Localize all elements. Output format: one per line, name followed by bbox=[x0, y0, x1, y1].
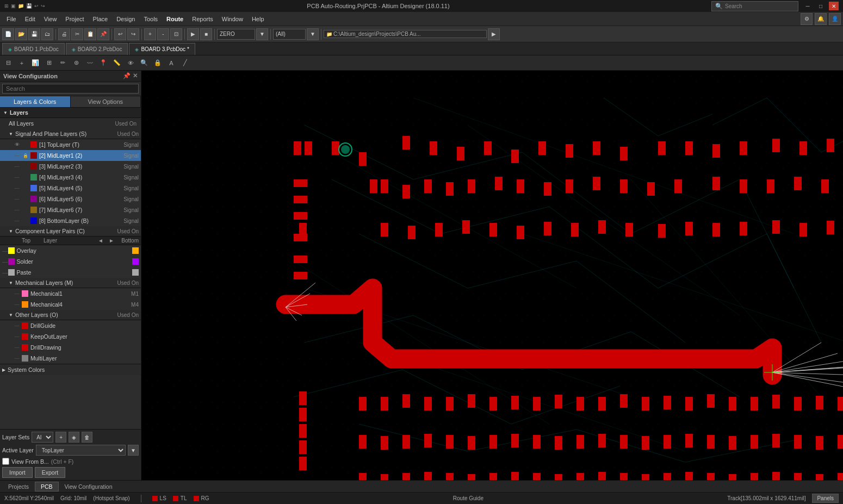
color-mid1[interactable] bbox=[30, 152, 37, 159]
snap-drop[interactable]: ▼ bbox=[256, 28, 268, 40]
panels-button[interactable]: Panels bbox=[812, 494, 839, 503]
menu-file[interactable]: File bbox=[2, 14, 21, 24]
all-layers-row[interactable]: All Layers Used On bbox=[0, 118, 141, 129]
vis-eye-mid2[interactable]: — bbox=[13, 163, 21, 170]
vis-eye-mid5[interactable]: — bbox=[13, 195, 21, 203]
comp-section-header[interactable]: ▼ Component Layer Pairs (C) Used On bbox=[0, 226, 141, 237]
pcb-highlight[interactable]: ✏ bbox=[57, 57, 69, 69]
tab-board1[interactable]: ◈ BOARD 1.PcbDoc bbox=[2, 43, 65, 55]
search-area[interactable]: 🔍 Search bbox=[711, 1, 798, 11]
vis-drillguide[interactable]: — bbox=[13, 322, 21, 329]
color-top[interactable] bbox=[30, 141, 37, 148]
layer-drop[interactable]: ▼ bbox=[307, 28, 319, 40]
menu-route[interactable]: Route bbox=[162, 14, 188, 24]
tb-print[interactable]: 🖨 bbox=[58, 28, 70, 40]
vis-eye-top[interactable]: 👁 bbox=[13, 141, 21, 148]
pcb-wave[interactable]: 〰 bbox=[84, 57, 96, 69]
panel-close[interactable]: ✕ bbox=[133, 72, 138, 79]
layer-mid2[interactable]: — [3] MidLayer2 (3) Signal bbox=[0, 161, 141, 172]
layers-main-header[interactable]: ▼ Layers bbox=[0, 108, 141, 118]
pcb-text[interactable]: A bbox=[165, 57, 177, 69]
panel-pin[interactable]: 📌 bbox=[123, 72, 131, 79]
tb-stop[interactable]: ■ bbox=[200, 28, 212, 40]
signal-section-header[interactable]: ▼ Signal And Plane Layers (S) Used On bbox=[0, 129, 141, 139]
color-mid5[interactable] bbox=[30, 196, 37, 202]
color-drilldrawing[interactable] bbox=[22, 344, 28, 351]
pcb-pin[interactable]: 📍 bbox=[97, 57, 109, 69]
tb-save-all[interactable]: 🗂 bbox=[41, 28, 53, 40]
color-solder-bot[interactable] bbox=[132, 258, 139, 265]
tb-redo[interactable]: ↪ bbox=[127, 28, 139, 40]
layer-drilldrawing[interactable]: — DrillDrawing bbox=[0, 342, 141, 353]
menu-edit[interactable]: Edit bbox=[21, 14, 40, 24]
layer-mid1[interactable]: — 🔒 [2] MidLayer1 (2) Signal bbox=[0, 150, 141, 161]
pcb-drc[interactable]: ⊛ bbox=[70, 57, 82, 69]
color-paste-top[interactable] bbox=[8, 269, 15, 276]
import-button[interactable]: Import bbox=[2, 467, 33, 478]
layer-mid3[interactable]: — [4] MidLayer3 (4) Signal bbox=[0, 172, 141, 183]
vis-lock-mid3[interactable] bbox=[22, 173, 29, 181]
export-button[interactable]: Export bbox=[35, 467, 65, 478]
color-mid2[interactable] bbox=[30, 163, 37, 170]
notify-btn[interactable]: 🔔 bbox=[815, 13, 827, 25]
tb-new[interactable]: 📄 bbox=[2, 28, 14, 40]
vis-multilayer[interactable]: — bbox=[13, 354, 21, 362]
layer-bottom[interactable]: — [8] BottomLayer (B) Signal bbox=[0, 215, 141, 226]
pcb-ruler[interactable]: 📏 bbox=[111, 57, 123, 69]
sys-colors-section[interactable]: ▶ System Colors bbox=[0, 364, 141, 375]
other-section-header[interactable]: ▼ Other Layers (O) Used On bbox=[0, 310, 141, 320]
layer-multilayer[interactable]: — MultiLayer bbox=[0, 353, 141, 364]
menu-tools[interactable]: Tools bbox=[139, 14, 162, 24]
color-keepout[interactable] bbox=[22, 333, 28, 340]
layer-input[interactable] bbox=[273, 29, 306, 40]
pcb-lock[interactable]: 🔒 bbox=[152, 57, 164, 69]
vis-eye-mid3[interactable]: — bbox=[13, 173, 21, 181]
active-layer-drop[interactable]: ▼ bbox=[128, 445, 139, 456]
menu-help[interactable]: Help bbox=[247, 14, 269, 24]
snap-input[interactable] bbox=[217, 29, 255, 40]
layer-sets-delete[interactable]: 🗑 bbox=[82, 432, 92, 443]
vis-lock-top[interactable] bbox=[22, 141, 29, 148]
color-multilayer[interactable] bbox=[22, 355, 28, 362]
path-btn[interactable]: ▶ bbox=[488, 28, 500, 40]
color-mid6[interactable] bbox=[30, 207, 37, 213]
pcb-canvas[interactable] bbox=[141, 71, 843, 480]
menu-project[interactable]: Project bbox=[61, 14, 88, 24]
pcb-filter[interactable]: ⊟ bbox=[2, 57, 14, 69]
tab-board3[interactable]: ◈ BOARD 3.PcbDoc * bbox=[129, 43, 195, 55]
color-mech1[interactable] bbox=[22, 290, 28, 297]
menu-window[interactable]: Window bbox=[218, 14, 247, 24]
layer-sets-copy[interactable]: ◈ bbox=[69, 432, 79, 443]
layer-keepout[interactable]: — KeepOutLayer bbox=[0, 331, 141, 342]
bottom-tab-view-config[interactable]: View Configuration bbox=[59, 482, 119, 491]
pcb-edit[interactable]: ╱ bbox=[179, 57, 191, 69]
layer-mid4[interactable]: — [5] MidLayer4 (5) Signal bbox=[0, 183, 141, 194]
tb-save[interactable]: 💾 bbox=[28, 28, 40, 40]
comp-solder[interactable]: — Solder bbox=[0, 256, 141, 267]
vis-lock-bottom[interactable] bbox=[22, 217, 29, 225]
color-mech4[interactable] bbox=[22, 301, 28, 308]
vis-overlay[interactable]: — bbox=[2, 247, 8, 254]
vis-lock-mid5[interactable] bbox=[22, 195, 29, 203]
active-layer-select[interactable]: TopLayer bbox=[36, 445, 126, 456]
tb-fit[interactable]: ⊡ bbox=[170, 28, 182, 40]
layer-mid5[interactable]: — [6] MidLayer5 (6) Signal bbox=[0, 194, 141, 204]
vis-keepout[interactable]: — bbox=[13, 333, 21, 340]
layer-mid6[interactable]: — [7] MidLayer6 (7) Signal bbox=[0, 204, 141, 215]
vis-lock-mid2[interactable] bbox=[22, 163, 29, 170]
view-from-checkbox[interactable] bbox=[2, 458, 9, 465]
vis-eye-mid6[interactable]: — bbox=[13, 206, 21, 214]
tb-zoom-out[interactable]: - bbox=[157, 28, 169, 40]
pcb-eye[interactable]: 👁 bbox=[125, 57, 137, 69]
color-drillguide[interactable] bbox=[22, 322, 28, 329]
comp-paste[interactable]: — Paste bbox=[0, 267, 141, 278]
pcb-eye2[interactable]: 🔍 bbox=[138, 57, 150, 69]
minimize-button[interactable]: ─ bbox=[803, 2, 813, 10]
pcb-grid[interactable]: ⊞ bbox=[43, 57, 55, 69]
menu-view[interactable]: View bbox=[40, 14, 61, 24]
color-overlay-top[interactable] bbox=[8, 247, 15, 254]
layer-mech1[interactable]: — Mechanical1 M1 bbox=[0, 288, 141, 299]
bottom-tab-projects[interactable]: Projects bbox=[2, 482, 35, 491]
vis-eye-bottom[interactable]: — bbox=[13, 217, 21, 225]
layer-sets-add[interactable]: + bbox=[55, 432, 66, 443]
